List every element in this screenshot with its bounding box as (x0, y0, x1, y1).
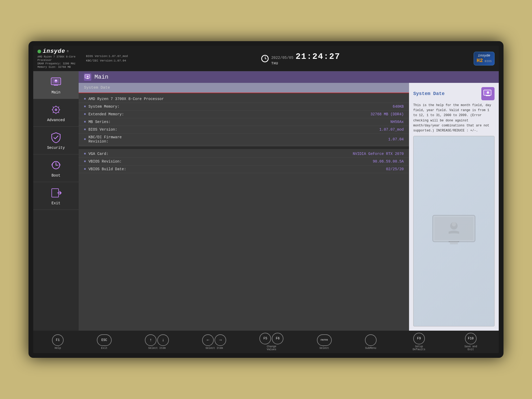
f9-button[interactable]: F9 (413, 333, 425, 344)
f5f6-label: Change Values (262, 345, 281, 351)
insyde-h2-logo: insyde H2 BIOS (474, 52, 495, 65)
svg-line-15 (53, 112, 54, 113)
help-panel: System Date (409, 83, 499, 331)
insyde-dot (37, 50, 41, 53)
f9-label: Setup Defaults (410, 345, 428, 351)
sidebar-item-boot[interactable]: Boot (33, 154, 79, 182)
info-table: ■ AMD Ryzen 7 3700X 8-Core Processor ■ S… (79, 93, 409, 331)
security-icon (49, 131, 63, 144)
h2-sub: H2 (477, 58, 483, 64)
svg-point-22 (87, 76, 88, 77)
clock-time: 21:24:27 (296, 52, 340, 61)
bios-info: BIOS Version:1.07.07_mod KBC/IEC Version… (86, 54, 128, 63)
bullet: ■ (84, 120, 86, 124)
header-bar: insyde ® AMD Ryzen 7 3700X 8-Core Proces… (33, 46, 499, 71)
row-value: 640KB (346, 104, 404, 109)
insyde-logo: insyde ® AMD Ryzen 7 3700X 8-Core Proces… (37, 48, 75, 69)
updown-label: Select Item (148, 347, 166, 350)
submenu-button[interactable] (365, 334, 377, 346)
row-label: VBIOS Build Date: (88, 167, 346, 171)
screen: insyde ® AMD Ryzen 7 3700X 8-Core Proces… (33, 46, 499, 353)
table-row: ■ KBC/EC Firmware Revision: 1.07.04 (79, 134, 409, 145)
selected-row[interactable]: System Date (79, 83, 409, 93)
svg-point-5 (55, 80, 57, 81)
row-value: 02/25/20 (346, 167, 404, 171)
panel-title-bar: Main (79, 71, 499, 83)
row-label: MB Series: (88, 120, 346, 124)
footer-key-submenu: SubMenu (365, 334, 377, 350)
footer-key-f9: F9 Setup Defaults (410, 333, 428, 351)
down-button[interactable]: ↓ (157, 334, 169, 346)
right-button[interactable]: → (215, 334, 226, 346)
bullet: ■ (84, 160, 86, 163)
sidebar-item-advanced[interactable]: Advanced (33, 99, 79, 127)
footer-key-f1: F1 Help (52, 334, 64, 350)
table-area: System Date ■ AMD Ryzen 7 3700X 8-Core P… (79, 83, 409, 331)
row-value: NVIDIA GeForce RTX 2070 (346, 152, 404, 156)
footer-key-f5-f6: F5 F6 Change Values (259, 333, 283, 351)
row-value: 1.07.04 (346, 137, 404, 141)
sidebar-advanced-label: Advanced (47, 118, 65, 122)
f10-button[interactable]: F10 (465, 333, 477, 344)
bullet: ■ (84, 112, 86, 116)
sidebar-security-label: Security (47, 146, 65, 150)
row-label: Extended Memory: (88, 112, 346, 116)
bullet: ■ (84, 137, 86, 141)
svg-point-7 (55, 108, 57, 111)
row-value: 1.07.07_mod (346, 127, 404, 132)
sidebar: Main (33, 71, 79, 331)
clock-date: 2022/05/05 (271, 56, 293, 60)
footer-key-esc: ESC Exit (97, 334, 112, 350)
exit-icon (49, 186, 63, 200)
esc-button[interactable]: ESC (97, 334, 112, 346)
row-cpu: AMD Ryzen 7 3700X 8-Core Processor (88, 97, 164, 101)
f5-button[interactable]: F5 (259, 333, 271, 344)
boot-icon (49, 159, 63, 172)
f1-button[interactable]: F1 (52, 334, 64, 346)
row-label: VGA Card: (88, 152, 346, 156)
bios-version-label: BIOS Version:1.07.07_mod (86, 54, 128, 59)
advanced-icon (49, 103, 63, 116)
svg-point-34 (452, 222, 456, 226)
footer-key-lr: ← → Select Item (202, 334, 226, 350)
row-label: KBC/EC Firmware Revision: (88, 135, 346, 144)
insyde-sub: AMD Ryzen 7 3700X 8-Core Processor DRAM … (37, 55, 75, 69)
help-title-row: System Date (413, 87, 495, 100)
svg-point-28 (487, 92, 489, 93)
svg-line-12 (53, 107, 54, 107)
f6-button[interactable]: F6 (272, 333, 283, 344)
h2-bios: BIOS (485, 60, 492, 63)
clock-icon (261, 55, 269, 62)
sidebar-item-security[interactable]: Security (33, 127, 79, 154)
panel-title-text: Main (94, 74, 108, 80)
up-button[interactable]: ↑ (145, 334, 156, 346)
esc-label: Exit (101, 347, 107, 350)
row-value: 32768 MB (DDR4) (346, 112, 404, 116)
left-button[interactable]: ← (202, 334, 214, 346)
table-divider (79, 146, 409, 149)
row-value: NH50Ax (346, 120, 404, 124)
footer-key-up-down: ↑ ↓ Select Item (145, 334, 169, 350)
help-icon-box (481, 87, 495, 100)
row-label: BIOS Version: (88, 127, 346, 132)
header-clock: 2022/05/05 21:24:27 THU (128, 52, 474, 65)
submenu-label: SubMenu (365, 347, 376, 350)
f10-label: Save and Exit (462, 345, 480, 351)
table-row: ■ VGA Card: NVIDIA GeForce RTX 2070 (79, 150, 409, 158)
sidebar-item-main[interactable]: Main (33, 71, 79, 99)
table-row: ■ VBIOS Build Date: 02/25/20 (79, 165, 409, 173)
svg-line-14 (58, 107, 59, 107)
monitor: insyde ® AMD Ryzen 7 3700X 8-Core Proces… (28, 41, 504, 358)
svg-line-13 (58, 112, 59, 113)
help-text: This is the help for the month field, da… (413, 103, 495, 133)
table-row: ■ Extended Memory: 32768 MB (DDR4) (79, 111, 409, 118)
panel-body: System Date ■ AMD Ryzen 7 3700X 8-Core P… (79, 83, 499, 331)
fntfr-button[interactable]: FNTFR (317, 334, 332, 346)
main-icon (49, 75, 63, 89)
table-row: ■ System Memory: 640KB (79, 103, 409, 111)
insyde-brand-text: insyde (43, 48, 65, 55)
sidebar-item-exit[interactable]: Exit (33, 182, 79, 210)
kbc-version-label: KBC/IEC Version:1.07.04 (86, 59, 128, 63)
sidebar-main-label: Main (51, 90, 60, 94)
table-row: ■ MB Series: NH50Ax (79, 118, 409, 126)
